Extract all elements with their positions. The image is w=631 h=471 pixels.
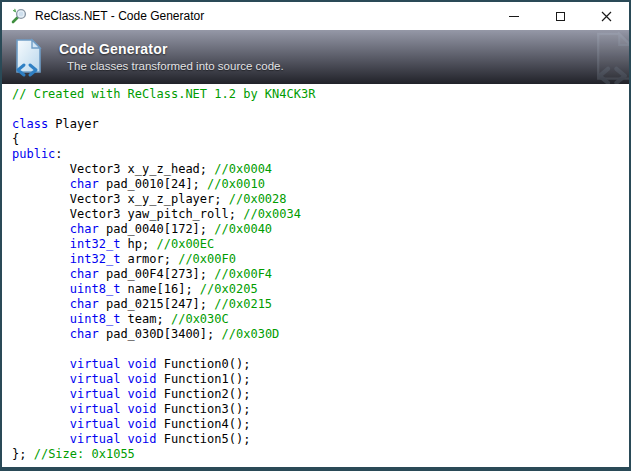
code-token: //0x00F4 bbox=[214, 267, 272, 281]
code-token: //0x0034 bbox=[243, 207, 301, 221]
code-token: virtual bbox=[70, 387, 121, 401]
code-line: uint8_t name[16]; //0x0205 bbox=[12, 282, 629, 297]
code-token: void bbox=[128, 432, 157, 446]
code-line: virtual void Function5(); bbox=[12, 432, 629, 447]
code-token: name[16]; bbox=[120, 282, 199, 296]
code-token: Vector3 yaw_pitch_roll; bbox=[12, 207, 243, 221]
code-line: class Player bbox=[12, 117, 629, 132]
code-token bbox=[12, 312, 70, 326]
code-token: class bbox=[12, 117, 48, 131]
code-token: uint8_t bbox=[70, 282, 121, 296]
code-token: void bbox=[128, 402, 157, 416]
code-token bbox=[12, 387, 70, 401]
code-token: public bbox=[12, 147, 55, 161]
code-line: char pad_030D[3400]; //0x030D bbox=[12, 327, 629, 342]
code-token bbox=[120, 357, 127, 371]
code-token: }; bbox=[12, 447, 34, 461]
code-token bbox=[12, 417, 70, 431]
code-token: virtual bbox=[70, 372, 121, 386]
code-line: char pad_0215[247]; //0x0215 bbox=[12, 297, 629, 312]
code-token: char bbox=[70, 177, 99, 191]
titlebar[interactable]: ReClass.NET - Code Generator bbox=[2, 2, 629, 30]
code-token: //0x0215 bbox=[214, 297, 272, 311]
code-token bbox=[120, 432, 127, 446]
code-token: Function0(); bbox=[157, 357, 251, 371]
code-token: int32_t bbox=[70, 252, 121, 266]
code-document-watermark-icon bbox=[587, 31, 629, 84]
code-token: pad_0040[172]; bbox=[99, 222, 215, 236]
code-token: //0x00EC bbox=[157, 237, 215, 251]
code-token bbox=[12, 327, 70, 341]
code-line: { bbox=[12, 132, 629, 147]
minimize-icon bbox=[509, 16, 519, 17]
code-line: uint8_t team; //0x030C bbox=[12, 312, 629, 327]
window-controls bbox=[491, 2, 629, 30]
code-token bbox=[12, 282, 70, 296]
code-document-icon bbox=[12, 38, 46, 78]
code-line: virtual void Function4(); bbox=[12, 417, 629, 432]
code-token: //0x0004 bbox=[214, 162, 272, 176]
code-line: public: bbox=[12, 147, 629, 162]
code-token: Function2(); bbox=[157, 387, 251, 401]
code-token bbox=[12, 252, 70, 266]
code-token: pad_00F4[273]; bbox=[99, 267, 215, 281]
code-token bbox=[12, 222, 70, 236]
code-token bbox=[120, 417, 127, 431]
code-line: int32_t hp; //0x00EC bbox=[12, 237, 629, 252]
code-token: Function4(); bbox=[157, 417, 251, 431]
code-token: char bbox=[70, 327, 99, 341]
code-token: //Size: 0x1055 bbox=[34, 447, 135, 461]
code-line: }; //Size: 0x1055 bbox=[12, 447, 629, 462]
code-token: //0x0205 bbox=[200, 282, 258, 296]
code-token: pad_030D[3400]; bbox=[99, 327, 222, 341]
code-token: uint8_t bbox=[70, 312, 121, 326]
code-line: virtual void Function2(); bbox=[12, 387, 629, 402]
code-token: team; bbox=[120, 312, 171, 326]
close-button[interactable] bbox=[583, 2, 629, 30]
code-token: //0x0010 bbox=[207, 177, 265, 191]
reclass-app-icon[interactable] bbox=[11, 8, 27, 24]
code-token: // Created with ReClass.NET 1.2 by KN4CK… bbox=[12, 87, 315, 101]
code-token bbox=[120, 402, 127, 416]
banner-subtitle: The classes transformed into source code… bbox=[67, 60, 284, 72]
code-token: hp; bbox=[120, 237, 156, 251]
code-token: char bbox=[70, 267, 99, 281]
code-token bbox=[12, 297, 70, 311]
code-token bbox=[12, 357, 70, 371]
code-token: int32_t bbox=[70, 237, 121, 251]
code-token: pad_0215[247]; bbox=[99, 297, 215, 311]
code-line: Vector3 yaw_pitch_roll; //0x0034 bbox=[12, 207, 629, 222]
code-token: void bbox=[128, 417, 157, 431]
code-token: void bbox=[128, 372, 157, 386]
code-token: //0x030C bbox=[171, 312, 229, 326]
code-token: char bbox=[70, 297, 99, 311]
code-line: Vector3 x_y_z_head; //0x0004 bbox=[12, 162, 629, 177]
code-token: virtual bbox=[70, 357, 121, 371]
code-token bbox=[12, 267, 70, 281]
code-line: Vector3 x_y_z_player; //0x0028 bbox=[12, 192, 629, 207]
code-token bbox=[12, 402, 70, 416]
code-token: Function1(); bbox=[157, 372, 251, 386]
code-token: Player bbox=[48, 117, 99, 131]
maximize-icon bbox=[556, 12, 565, 21]
code-token: char bbox=[70, 222, 99, 236]
code-token: void bbox=[128, 387, 157, 401]
code-line: int32_t armor; //0x00F0 bbox=[12, 252, 629, 267]
window-title: ReClass.NET - Code Generator bbox=[35, 9, 204, 23]
code-line: virtual void Function3(); bbox=[12, 402, 629, 417]
banner-title: Code Generator bbox=[59, 41, 284, 57]
code-generator-window: ReClass.NET - Code Generator bbox=[0, 0, 631, 471]
code-line: virtual void Function0(); bbox=[12, 357, 629, 372]
code-line: char pad_0040[172]; //0x0040 bbox=[12, 222, 629, 237]
code-line: virtual void Function1(); bbox=[12, 372, 629, 387]
code-token: virtual bbox=[70, 417, 121, 431]
code-token: Function5(); bbox=[157, 432, 251, 446]
code-line: // Created with ReClass.NET 1.2 by KN4CK… bbox=[12, 87, 629, 102]
minimize-button[interactable] bbox=[491, 2, 537, 30]
code-editor[interactable]: // Created with ReClass.NET 1.2 by KN4CK… bbox=[2, 84, 629, 467]
code-token bbox=[12, 372, 70, 386]
code-token bbox=[12, 432, 70, 446]
maximize-button[interactable] bbox=[537, 2, 583, 30]
code-token bbox=[120, 387, 127, 401]
close-icon bbox=[601, 11, 612, 22]
